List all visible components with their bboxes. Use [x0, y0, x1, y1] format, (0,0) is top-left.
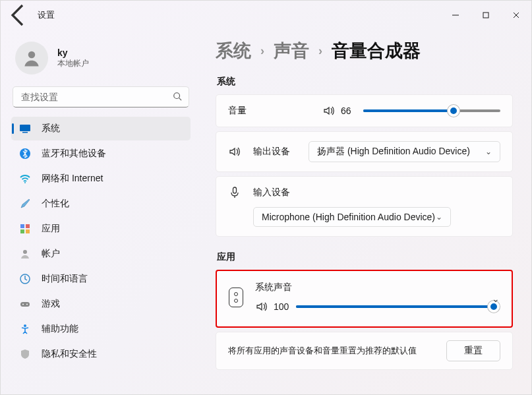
output-device-card: 输出设备 扬声器 (High Definition Audio Device) …	[216, 131, 513, 172]
section-apps-label: 应用	[217, 251, 513, 263]
svg-rect-11	[20, 224, 24, 228]
speaker-icon	[228, 145, 241, 158]
sidebar-item-accessibility[interactable]: 辅助功能	[11, 317, 191, 341]
breadcrumb-mid[interactable]: 声音	[274, 39, 309, 63]
sidebar-item-accounts[interactable]: 帐户	[11, 242, 191, 266]
system-sounds-volume-value: 100	[274, 301, 289, 312]
wifi-icon	[19, 173, 31, 185]
breadcrumb: 系统 › 声音 › 音量合成器	[216, 39, 513, 63]
breadcrumb-current: 音量合成器	[332, 39, 421, 63]
minimize-button[interactable]	[440, 5, 471, 26]
output-device-label: 输出设备	[253, 146, 299, 158]
svg-rect-13	[20, 229, 24, 233]
sidebar-item-apps[interactable]: 应用	[11, 217, 191, 241]
chevron-down-icon: ⌄	[436, 212, 442, 222]
svg-line-6	[179, 98, 182, 100]
chevron-right-icon: ›	[260, 44, 264, 58]
svg-rect-21	[233, 187, 237, 193]
person-icon	[19, 248, 31, 260]
shield-icon	[19, 348, 31, 360]
chevron-down-icon: ⌄	[485, 147, 492, 156]
accessibility-icon	[19, 323, 31, 335]
sidebar-item-label: 应用	[42, 223, 60, 235]
account-block[interactable]: ky 本地帐户	[11, 35, 191, 86]
svg-rect-12	[26, 224, 30, 228]
input-device-value: Microphone (High Definition Audio Device…	[262, 212, 435, 222]
apps-icon	[19, 223, 31, 235]
search-box[interactable]	[13, 86, 189, 107]
svg-rect-1	[483, 13, 488, 18]
gamepad-icon	[19, 298, 31, 310]
reset-button[interactable]: 重置	[446, 340, 500, 361]
sidebar-item-label: 帐户	[42, 248, 60, 260]
sidebar-item-privacy[interactable]: 隐私和安全性	[11, 342, 191, 366]
sidebar-item-label: 网络和 Internet	[42, 173, 103, 185]
sidebar: ky 本地帐户 系统	[1, 30, 198, 394]
sidebar-item-personalization[interactable]: 个性化	[11, 192, 191, 216]
svg-point-10	[24, 182, 26, 183]
sidebar-item-label: 辅助功能	[42, 323, 78, 335]
system-sounds-title: 系统声音	[255, 282, 500, 293]
microphone-icon	[228, 186, 241, 199]
chevron-down-icon[interactable]: ⌄	[492, 293, 500, 304]
search-icon	[173, 92, 182, 103]
account-type: 本地帐户	[57, 58, 89, 69]
search-input[interactable]	[20, 91, 173, 103]
system-sounds-icon	[229, 288, 243, 307]
chevron-right-icon: ›	[318, 44, 322, 58]
system-sounds-volume-slider[interactable]	[296, 300, 494, 313]
maximize-button[interactable]	[471, 5, 501, 26]
content: 系统 › 声音 › 音量合成器 系统 音量 66	[198, 30, 531, 394]
titlebar: 设置	[1, 1, 531, 30]
input-device-label: 输入设备	[253, 187, 290, 198]
system-sounds-card[interactable]: 系统声音 100	[216, 270, 513, 328]
section-system-label: 系统	[217, 76, 513, 88]
account-name: ky	[57, 47, 89, 58]
svg-rect-7	[20, 125, 30, 131]
system-icon	[19, 123, 31, 135]
sidebar-item-label: 个性化	[42, 198, 69, 210]
svg-point-5	[174, 92, 180, 98]
sidebar-item-label: 蓝牙和其他设备	[42, 148, 106, 160]
volume-value: 66	[341, 106, 357, 116]
reset-description: 将所有应用的声音设备和音量重置为推荐的默认值	[228, 345, 417, 357]
sidebar-item-gaming[interactable]: 游戏	[11, 292, 191, 316]
window-title: 设置	[38, 9, 55, 21]
system-volume-card: 音量 66	[216, 94, 513, 127]
bluetooth-icon	[19, 148, 31, 160]
sidebar-item-label: 时间和语言	[42, 273, 88, 285]
breadcrumb-root[interactable]: 系统	[216, 39, 251, 63]
close-button[interactable]	[501, 5, 531, 26]
svg-rect-14	[26, 229, 30, 233]
input-device-select[interactable]: Microphone (High Definition Audio Device…	[253, 207, 451, 227]
output-device-select[interactable]: 扬声器 (High Definition Audio Device) ⌄	[309, 141, 500, 162]
sidebar-item-label: 系统	[42, 123, 60, 135]
sidebar-item-network[interactable]: 网络和 Internet	[11, 167, 191, 191]
svg-point-18	[22, 304, 24, 305]
sidebar-item-system[interactable]: 系统	[11, 117, 191, 140]
input-device-card: 输入设备 Microphone (High Definition Audio D…	[216, 176, 513, 237]
speaker-icon[interactable]	[322, 104, 336, 117]
speaker-icon[interactable]	[255, 300, 268, 313]
svg-point-4	[28, 51, 36, 59]
system-volume-slider[interactable]	[363, 104, 500, 117]
reset-card: 将所有应用的声音设备和音量重置为推荐的默认值 重置	[216, 332, 513, 370]
sidebar-item-label: 游戏	[42, 298, 60, 310]
output-device-value: 扬声器 (High Definition Audio Device)	[317, 146, 470, 158]
svg-point-20	[24, 324, 26, 327]
svg-rect-17	[20, 302, 30, 307]
sidebar-item-label: 隐私和安全性	[42, 348, 97, 360]
brush-icon	[19, 198, 31, 210]
svg-point-15	[23, 250, 27, 254]
sidebar-item-time-language[interactable]: 时间和语言	[11, 267, 191, 291]
back-button[interactable]	[6, 2, 32, 28]
avatar	[15, 42, 48, 75]
sidebar-item-bluetooth[interactable]: 蓝牙和其他设备	[11, 142, 191, 166]
clock-globe-icon	[19, 273, 31, 285]
svg-point-19	[26, 304, 28, 305]
svg-rect-8	[22, 132, 28, 133]
volume-label: 音量	[228, 105, 247, 117]
